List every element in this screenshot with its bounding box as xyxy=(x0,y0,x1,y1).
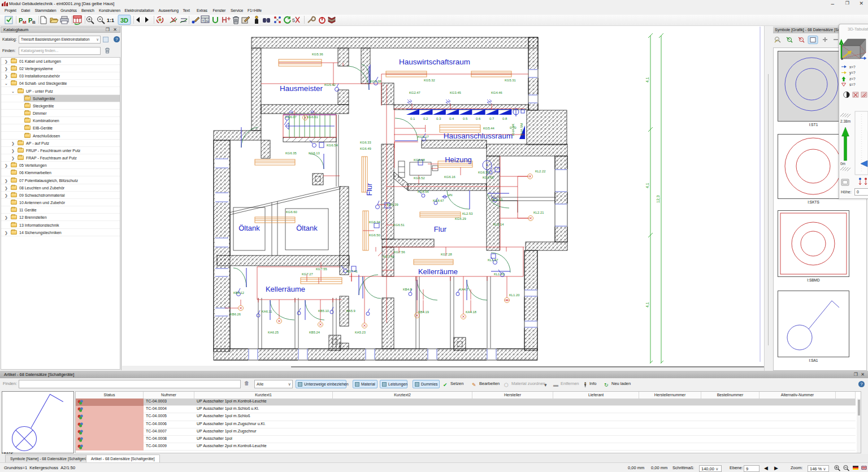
svg-text:KG6.65: KG6.65 xyxy=(483,176,494,179)
svg-text:KL2.21: KL2.21 xyxy=(533,211,544,214)
svg-text:Öltank: Öltank xyxy=(296,224,318,232)
svg-text:KL2.14: KL2.14 xyxy=(493,223,504,226)
svg-text:Flur: Flur xyxy=(434,225,447,233)
svg-text:KL1.20: KL1.20 xyxy=(509,293,519,297)
svg-text:KA6.25: KA6.25 xyxy=(268,331,279,334)
svg-text:Heizung: Heizung xyxy=(445,155,472,164)
svg-text:KG2.47: KG2.47 xyxy=(409,91,420,94)
svg-text:KL1.57: KL1.57 xyxy=(488,258,498,262)
svg-text:KL2.22: KL2.22 xyxy=(535,170,545,173)
svg-text:Hauswirtschaftsraum: Hauswirtschaftsraum xyxy=(399,58,470,66)
svg-text:KG6.61: KG6.61 xyxy=(307,115,318,119)
svg-text:KA5.23: KA5.23 xyxy=(355,331,366,334)
svg-text:KG7.56: KG7.56 xyxy=(394,250,405,254)
svg-text:4,1: 4,1 xyxy=(645,183,649,188)
svg-text:KG6.13: KG6.13 xyxy=(309,151,320,155)
svg-text:KG6.35: KG6.35 xyxy=(285,151,297,155)
svg-text:KG5.36: KG5.36 xyxy=(312,53,323,56)
svg-text:M: M xyxy=(23,20,27,25)
svg-text:KG6.07: KG6.07 xyxy=(285,115,297,119)
svg-text:KL2.15: KL2.15 xyxy=(492,198,502,201)
svg-text:KG8.56: KG8.56 xyxy=(418,190,429,193)
svg-text:KG7.55: KG7.55 xyxy=(316,267,327,271)
svg-text:KG4.46: KG4.46 xyxy=(491,91,502,94)
svg-text:3D: 3D xyxy=(120,17,128,24)
svg-text:KB5.10: KB5.10 xyxy=(318,309,329,313)
svg-text:0.6: 0.6 xyxy=(476,117,481,120)
svg-text:5: 5 xyxy=(292,18,295,23)
svg-text:4,1: 4,1 xyxy=(645,77,649,83)
svg-text:Hausanschlussraum: Hausanschlussraum xyxy=(444,132,513,140)
svg-text:KA4.18: KA4.18 xyxy=(466,310,476,314)
svg-text:B: B xyxy=(32,20,36,25)
svg-text:0.1: 0.1 xyxy=(410,117,415,120)
svg-text:0.3: 0.3 xyxy=(436,117,441,120)
svg-text:s=?: s=? xyxy=(849,83,856,86)
svg-text:x=?: x=? xyxy=(849,65,856,69)
svg-text:0.2: 0.2 xyxy=(423,117,428,120)
svg-text:KB6.26: KB6.26 xyxy=(230,313,241,316)
svg-text:2.38m: 2.38m xyxy=(840,119,850,123)
svg-text:KG6.50: KG6.50 xyxy=(369,233,380,237)
svg-text:KG6.34: KG6.34 xyxy=(369,220,380,224)
svg-text:KB5.24: KB5.24 xyxy=(309,331,320,334)
svg-text:KG5.44: KG5.44 xyxy=(483,127,494,130)
svg-text:y=?: y=? xyxy=(849,71,856,75)
svg-text:KA5.9: KA5.9 xyxy=(346,309,355,313)
svg-text:Kellerräume: Kellerräume xyxy=(418,267,458,276)
svg-text:Flur: Flur xyxy=(365,183,374,196)
svg-text:HN: HN xyxy=(448,193,452,197)
svg-text:KG6.51: KG6.51 xyxy=(393,223,405,227)
svg-text:KB4.19: KB4.19 xyxy=(418,310,429,314)
svg-text:KG8.67: KG8.67 xyxy=(433,199,444,202)
svg-text:KG8.68: KG8.68 xyxy=(414,158,425,162)
svg-text:KG6.60: KG6.60 xyxy=(286,210,297,214)
svg-text:T: T xyxy=(202,19,205,23)
svg-text:0.8: 0.8 xyxy=(502,117,507,120)
svg-text:Hausmeister: Hausmeister xyxy=(280,84,323,93)
svg-text:KG6.29: KG6.29 xyxy=(455,217,466,220)
svg-text:KG6.49: KG6.49 xyxy=(360,147,371,150)
svg-text:KA6.11: KA6.11 xyxy=(262,310,272,313)
svg-text:Kellerräume: Kellerräume xyxy=(266,285,305,293)
svg-text:KG6.33: KG6.33 xyxy=(360,141,371,144)
svg-text:G: G xyxy=(206,19,209,23)
svg-text:1:1: 1:1 xyxy=(107,18,114,23)
svg-text:KG3.45: KG3.45 xyxy=(450,91,461,94)
svg-text:KG5.42: KG5.42 xyxy=(324,83,336,86)
svg-text:KG7.27: KG7.27 xyxy=(302,272,313,276)
svg-text:KA4.7: KA4.7 xyxy=(459,288,468,291)
svg-text:KL2.53: KL2.53 xyxy=(462,212,472,215)
svg-text:0.5: 0.5 xyxy=(463,117,468,120)
svg-text:z=?: z=? xyxy=(849,77,856,81)
svg-text:KG7.40: KG7.40 xyxy=(383,255,394,258)
svg-text:KG6.30: KG6.30 xyxy=(478,171,489,174)
svg-text:Öltank: Öltank xyxy=(238,224,260,232)
svg-text:KB4.8: KB4.8 xyxy=(403,288,412,291)
svg-text:4,1: 4,1 xyxy=(645,302,649,308)
svg-text:KG5.17: KG5.17 xyxy=(418,135,429,138)
svg-text:KG6.52: KG6.52 xyxy=(414,176,425,180)
svg-text:0.4: 0.4 xyxy=(449,117,454,120)
svg-text:KG6.54: KG6.54 xyxy=(327,144,338,147)
svg-text:KG5.38: KG5.38 xyxy=(370,80,381,83)
svg-text:KB6.12: KB6.12 xyxy=(233,291,244,295)
svg-text:0m: 0m xyxy=(840,162,845,166)
svg-text:KG6.16: KG6.16 xyxy=(444,175,455,179)
svg-text:KG7.28: KG7.28 xyxy=(441,253,452,256)
svg-text:KHA.5M: KHA.5M xyxy=(520,123,523,136)
svg-text:KG6.39: KG6.39 xyxy=(387,203,398,206)
svg-text:0.7: 0.7 xyxy=(489,117,494,120)
svg-text:KG5.31: KG5.31 xyxy=(505,79,516,82)
svg-text:12,3: 12,3 xyxy=(656,195,660,203)
svg-text:KG7.41: KG7.41 xyxy=(346,270,358,273)
svg-text:KG5.32: KG5.32 xyxy=(424,79,435,82)
svg-text:KL1.43: KL1.43 xyxy=(494,272,504,276)
